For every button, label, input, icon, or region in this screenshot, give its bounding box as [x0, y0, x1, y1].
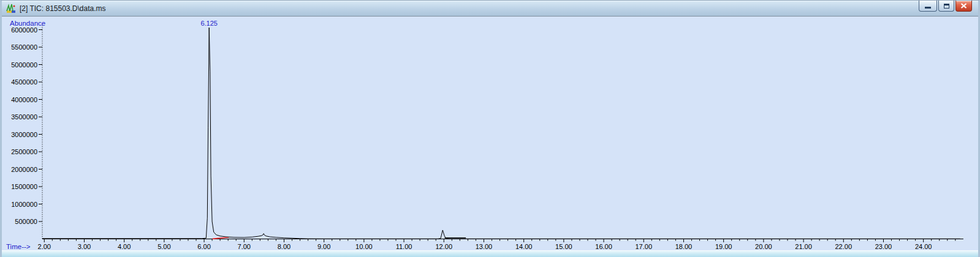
y-tick-label: 6000000 [11, 26, 37, 34]
integration-baseline [213, 237, 229, 239]
x-tick-label: 16.00 [595, 243, 612, 250]
x-tick-label: 7.00 [238, 243, 251, 250]
y-tick-label: 500000 [15, 218, 37, 225]
x-tick-label: 10.00 [355, 243, 373, 250]
chromatogram-plot[interactable]: 5000001000000150000020000002500000300000… [2, 17, 978, 250]
close-button[interactable] [955, 1, 972, 12]
x-tick-label: 14.00 [515, 243, 533, 250]
x-tick-label: 17.00 [635, 243, 652, 250]
window-bottom-border [2, 250, 978, 257]
x-tick-label: 22.00 [835, 243, 852, 250]
x-tick-label: 11.00 [396, 243, 412, 250]
y-axis: 5000001000000150000020000002500000300000… [11, 25, 42, 239]
y-tick-label: 2500000 [11, 148, 37, 155]
chemstation-window: [2] TIC: 815503.D\data.ms 50000010000001… [0, 0, 980, 257]
chromatogram-app-icon[interactable] [6, 4, 16, 13]
restore-button[interactable] [938, 1, 954, 12]
x-tick-label: 21.00 [795, 243, 812, 250]
x-tick-label: 24.00 [915, 243, 932, 250]
minimize-icon [925, 7, 931, 9]
minimize-button[interactable] [919, 1, 937, 12]
chart-area: 5000001000000150000020000002500000300000… [2, 17, 978, 250]
x-tick-label: 23.00 [875, 243, 892, 250]
x-tick-label: 15.00 [555, 243, 572, 250]
peak-label: 6.125 [200, 20, 218, 27]
restore-icon [944, 4, 949, 9]
x-tick-label: 20.00 [755, 243, 772, 250]
x-tick-label: 9.00 [317, 243, 330, 250]
y-tick-label: 4500000 [11, 78, 37, 86]
x-tick-label: 19.00 [715, 243, 732, 250]
x-tick-label: 3.00 [78, 243, 91, 250]
x-tick-label: 4.00 [118, 243, 131, 250]
y-tick-label: 1000000 [11, 201, 37, 208]
y-tick-label: 3500000 [11, 113, 37, 121]
window-controls [919, 1, 972, 12]
y-tick-label: 2000000 [11, 166, 37, 173]
x-axis-title: Time--> [6, 243, 31, 250]
x-tick-label: 5.00 [158, 243, 170, 250]
close-icon [960, 3, 967, 9]
y-tick-label: 5000000 [11, 61, 37, 69]
y-tick-label: 3000000 [11, 131, 37, 138]
window-title: [2] TIC: 815503.D\data.ms [20, 4, 106, 13]
x-tick-label: 13.00 [476, 243, 493, 250]
y-axis-title: Abundance [10, 20, 45, 27]
x-tick-label: 6.00 [197, 243, 210, 250]
y-tick-label: 4000000 [11, 96, 37, 103]
title-bar[interactable]: [2] TIC: 815503.D\data.ms [2, 1, 978, 17]
y-tick-label: 5500000 [11, 43, 37, 51]
x-axis: 2.003.004.005.006.007.008.009.0010.0011.… [38, 239, 963, 251]
x-tick-label: 18.00 [675, 243, 693, 250]
tic-trace [42, 28, 960, 239]
x-tick-label: 2.00 [38, 243, 51, 250]
y-tick-label: 1500000 [11, 183, 37, 190]
x-tick-label: 12.00 [435, 243, 452, 250]
x-tick-label: 8.00 [278, 243, 291, 250]
